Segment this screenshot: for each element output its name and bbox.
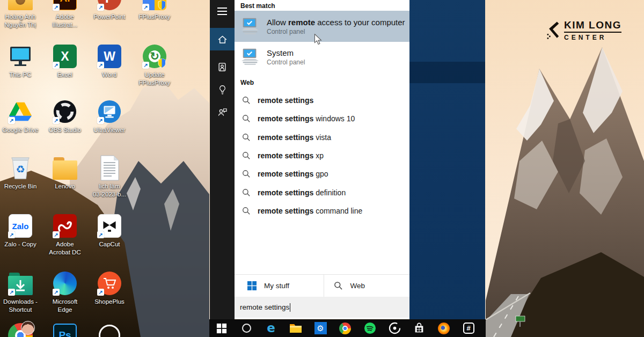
start-menu-backdrop [409,0,485,337]
desktop-icon-powerpoint[interactable]: PPowerPoint [87,0,132,21]
desktop-icon-adobe-illustrator[interactable]: AiAdobeIllustrat... [42,0,87,29]
desktop-icon-label: FPlusProxy [132,13,177,21]
web-suggestion[interactable]: remote settings windows 10 [235,109,409,128]
taskbar-spotify-button[interactable] [357,319,382,337]
system-result[interactable]: System Control panel [235,43,409,71]
kim-long-chevron-icon [546,21,560,40]
taskbar-chrome-button[interactable] [333,319,357,337]
google-drive-icon [7,98,34,125]
suggestion-text: remote settings xp [258,151,324,160]
desktop-icon-lenovo-folder[interactable]: Lenovo [42,155,87,191]
svg-text:e: e [267,322,275,335]
hash-app-icon: # [463,323,474,334]
desktop-icon-hoang-anh-folder[interactable]: Hoàng AnhNguyễn Thị [0,0,43,29]
recycle-bin-icon: ♻ [7,155,34,181]
suggestion-text: remote settings vista [258,133,331,142]
search-icon [242,188,251,197]
desktop-icon-label: AdobeIllustrat... [42,13,87,29]
sidebar-item-notebook[interactable] [210,56,235,78]
groove-music-icon [389,322,401,334]
desktop-icon-ultraviewer[interactable]: UltraViewer [87,98,132,134]
web-suggestion[interactable]: remote settings [235,91,409,109]
search-icon [242,207,251,215]
word-icon: W [96,43,123,70]
lenovo-folder-icon [52,155,78,181]
desktop-icon-update-fplusproxy[interactable]: ↻UpdateFPlusProxy [132,43,177,87]
cortana-icon [242,324,251,333]
desktop-icon-label: Zalo - Copy [0,240,43,248]
edge-icon: e [265,322,277,335]
desktop-icon-obs-studio[interactable]: OBS Studio [42,98,87,134]
desktop-icon-lich-lam-document[interactable]: lịch làm03-2023-b... [87,155,132,199]
desktop-icon-capcut[interactable]: CapCut [87,213,132,248]
best-match-subtitle: Control panel [267,28,405,35]
web-suggestion[interactable]: remote settings command line [235,202,409,220]
windows-flag-icon [247,281,257,290]
taskbar-start-button[interactable] [209,319,234,337]
lightbulb-icon [217,84,228,96]
desktop-icon-label: This PC [0,71,43,79]
web-suggestion[interactable]: remote settings gpo [235,165,409,183]
web-suggestion[interactable]: remote settings xp [235,146,409,165]
desktop-icon-label: CapCut [87,240,132,248]
taskbar-edge-button[interactable]: e [259,319,283,337]
screen: KIM LONG CENTER Hoàng AnhNguyễn ThịAiAdo… [0,0,644,337]
shortcut-arrow-icon [97,62,104,69]
microsoft-store-icon [413,323,425,334]
excel-icon: X [52,43,78,70]
sidebar-item-ideas[interactable] [210,78,235,101]
taskbar-cortana-button[interactable] [234,319,259,337]
taskbar-groove-music-button[interactable] [382,319,407,337]
taskbar-firefox-button[interactable] [431,319,456,337]
desktop-icon-excel[interactable]: XExcel [42,43,87,79]
desktop-icon-chrome-profile[interactable] [0,322,43,337]
sidebar-item-menu[interactable] [210,0,235,23]
desktop-icon-recycle-bin[interactable]: ♻Recycle Bin [0,155,43,191]
desktop-icon-unknown-circle-app[interactable] [87,322,132,337]
photoshop-icon: Ps [52,322,78,337]
search-results-panel: Best match Allow remote access to your c… [235,0,409,319]
desktop-icon-adobe-acrobat[interactable]: AdobeAcrobat DC [42,213,87,257]
desktop-icon-downloads-shortcut[interactable]: Downloads -Shortcut [0,270,43,314]
desktop-icon-fplusproxy[interactable]: FPlusProxy [132,0,177,21]
sidebar-item-home[interactable] [210,28,235,50]
suggestion-text: remote settings gpo [258,170,328,178]
desktop-icon-shopeplus[interactable]: ShopePlus [87,270,132,306]
shortcut-arrow-icon [97,289,104,296]
unknown-circle-app-icon [96,322,123,337]
desktop-icon-word[interactable]: WWord [87,43,132,79]
web-suggestion-list: remote settingsremote settings windows 1… [235,91,409,220]
shortcut-arrow-icon [97,117,104,124]
notebook-icon [217,62,228,72]
taskbar-microsoft-store-button[interactable] [407,319,431,337]
taskbar-file-explorer-button[interactable] [283,319,308,337]
obs-studio-icon [52,98,78,125]
powerpoint-icon: P [96,0,123,12]
firefox-icon [438,323,450,334]
desktop-icon-google-drive[interactable]: Google Drive [0,98,43,134]
web-button[interactable]: Web [324,275,410,297]
desktop-icon-zalo[interactable]: ZaloZalo - Copy [0,213,43,248]
taskbar-settings-button[interactable]: ⚙ [308,319,333,337]
taskbar: e⚙# [209,319,486,337]
desktop-icon-label: OBS Studio [42,126,87,134]
sidebar-item-feedback[interactable] [210,101,235,123]
desktop-icon-microsoft-edge[interactable]: MicrosoftEdge [42,270,87,314]
desktop-icon-label: PowerPoint [87,13,132,21]
lich-lam-document-icon [96,155,123,181]
desktop-icon-label: lịch làm03-2023-b... [87,182,132,199]
shopeplus-icon [96,270,123,297]
shortcut-arrow-icon [97,4,104,11]
logo-line2: CENTER [564,34,621,41]
my-stuff-button[interactable]: My stuff [235,275,324,297]
search-input[interactable]: remote settings [235,297,409,318]
desktop-icon-label: UltraViewer [87,126,132,134]
desktop-icon-label: UpdateFPlusProxy [132,71,177,87]
web-suggestion[interactable]: remote settings vista [235,128,409,146]
update-fplusproxy-icon: ↻ [141,43,168,70]
adobe-acrobat-icon [52,213,78,239]
taskbar-sharex-button[interactable]: # [456,319,481,337]
desktop-icon-this-pc[interactable]: This PC [0,43,43,79]
web-suggestion[interactable]: remote settings definition [235,183,409,201]
desktop-icon-photoshop[interactable]: Ps [42,322,87,337]
